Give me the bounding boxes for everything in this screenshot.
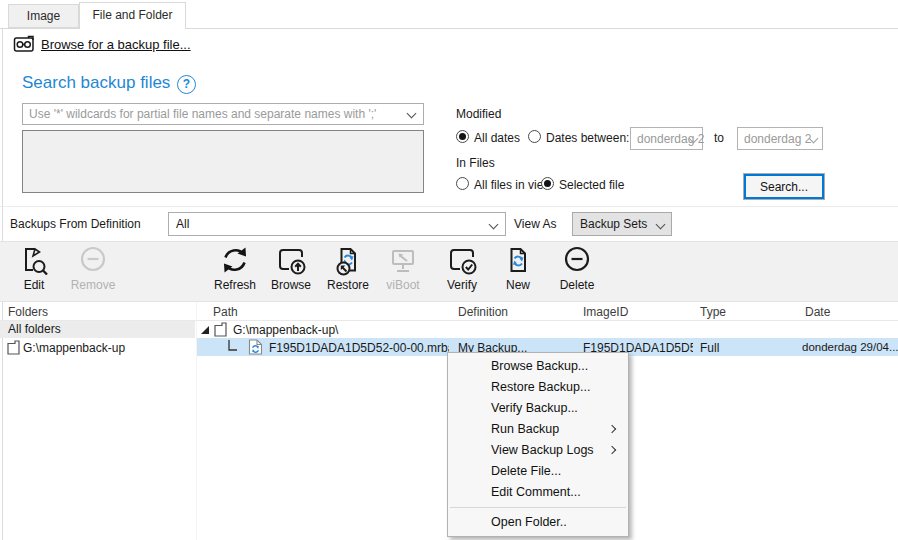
section-divider: [0, 206, 898, 207]
column-header-date[interactable]: Date: [805, 305, 830, 319]
viboot-button: viBoot: [374, 244, 432, 292]
menu-item-view-backup-logs[interactable]: View Backup Logs: [448, 440, 628, 461]
drive-icon: [7, 340, 20, 358]
tree-connector-icon: [228, 340, 238, 356]
restore-button[interactable]: Restore: [319, 244, 377, 292]
menu-item-open-folder[interactable]: Open Folder..: [448, 512, 628, 533]
search-button[interactable]: Search...: [744, 174, 824, 199]
menu-item-delete-file[interactable]: Delete File...: [448, 461, 628, 482]
search-section-title: Search backup files: [22, 73, 170, 93]
toolbar-button-label: Refresh: [206, 278, 264, 292]
view-as-dropdown-value: Backup Sets: [580, 217, 647, 231]
tab-image[interactable]: Image: [8, 4, 79, 28]
date-from-dropdown[interactable]: donderdag 2: [630, 127, 703, 150]
menu-item-run-backup[interactable]: Run Backup: [448, 419, 628, 440]
menu-separator: [450, 507, 626, 508]
menu-item-restore-backup[interactable]: Restore Backup...: [448, 377, 628, 398]
help-icon[interactable]: ?: [177, 75, 196, 94]
radio-dates-between[interactable]: [528, 130, 541, 143]
refresh-button[interactable]: Refresh: [206, 244, 264, 292]
submenu-arrow-icon: [608, 446, 616, 454]
column-header-path[interactable]: Path: [213, 305, 238, 319]
menu-item-verify-backup[interactable]: Verify Backup...: [448, 398, 628, 419]
browse-backup-file-link[interactable]: Browse for a backup file...: [41, 37, 191, 52]
toolbar-button-label: Restore: [319, 278, 377, 292]
modified-label: Modified: [456, 107, 501, 121]
menu-item-label: View Backup Logs: [491, 443, 594, 457]
toolbar-button-label: Browse: [262, 278, 320, 292]
date-to-value: donderdag 2: [744, 132, 811, 146]
search-filename-combobox[interactable]: [22, 103, 424, 125]
submenu-arrow-icon: [608, 425, 616, 433]
view-as-dropdown[interactable]: Backup Sets: [572, 212, 672, 236]
toolbar-button-label: Delete: [548, 278, 606, 292]
radio-dates-between-label[interactable]: Dates between:: [546, 131, 629, 145]
document-restore-icon: [319, 244, 377, 277]
new-button[interactable]: New: [489, 244, 547, 292]
edit-document-icon: [5, 244, 63, 277]
toolbar-button-label: Edit: [5, 278, 63, 292]
toolbar-button-label: Remove: [64, 278, 122, 292]
disk-up-arrow-icon: [262, 244, 320, 277]
menu-item-label: Run Backup: [491, 422, 559, 436]
context-menu: Browse Backup... Restore Backup... Verif…: [447, 352, 629, 537]
column-header-folders[interactable]: Folders: [8, 305, 48, 319]
path-row-parent-label: G:\mappenback-up\: [233, 323, 338, 337]
file-name-cell: F195D1DADA1D5D52-00-00.mrbak: [269, 341, 449, 355]
monitor-icon: [374, 244, 432, 277]
menu-item-browse-backup[interactable]: Browse Backup...: [448, 356, 628, 377]
menu-item-edit-comment[interactable]: Edit Comment...: [448, 482, 628, 503]
definition-dropdown[interactable]: All: [168, 212, 506, 236]
search-filename-input[interactable]: [23, 104, 423, 124]
toolbar-button-label: Verify: [433, 278, 491, 292]
date-cell: donderdag 29/04...: [802, 341, 898, 353]
disk-check-icon: [433, 244, 491, 277]
refresh-icon: [206, 244, 264, 277]
type-cell: Full: [700, 341, 760, 355]
tab-file-and-folder[interactable]: File and Folder: [79, 2, 186, 29]
chevron-down-icon: [489, 220, 499, 230]
verify-button[interactable]: Verify: [433, 244, 491, 292]
browse-backup-file-icon: [13, 35, 37, 56]
to-label: to: [714, 131, 724, 145]
toolbar-button-label: New: [489, 278, 547, 292]
chevron-down-icon: [656, 220, 666, 230]
edit-button[interactable]: Edit: [5, 244, 63, 292]
remove-button: Remove: [64, 244, 122, 292]
radio-all-dates[interactable]: [456, 130, 469, 143]
backup-file-icon: [248, 339, 263, 358]
folders-row-drive[interactable]: G:\mappenback-up: [0, 338, 195, 356]
browse-button[interactable]: Browse: [262, 244, 320, 292]
column-header-imageid[interactable]: ImageID: [583, 305, 628, 319]
radio-all-files-in-view[interactable]: [456, 177, 469, 190]
radio-all-dates-label[interactable]: All dates: [474, 131, 520, 145]
column-header-definition[interactable]: Definition: [458, 305, 508, 319]
radio-selected-file[interactable]: [541, 177, 554, 190]
column-header-type[interactable]: Type: [700, 305, 726, 319]
backups-from-definition-label: Backups From Definition: [10, 217, 141, 231]
tree-expanded-icon[interactable]: [201, 326, 209, 334]
path-row-parent[interactable]: G:\mappenback-up\: [197, 321, 898, 338]
minus-circle-icon: [64, 244, 122, 277]
toolbar-button-label: viBoot: [374, 278, 432, 292]
search-results-listbox[interactable]: [22, 130, 424, 193]
definition-dropdown-value: All: [176, 217, 189, 231]
delete-button[interactable]: Delete: [548, 244, 606, 292]
minus-circle-icon: [548, 244, 606, 277]
in-files-label: In Files: [456, 156, 495, 170]
folders-row-drive-label: G:\mappenback-up: [23, 341, 125, 355]
folders-row-all-folders[interactable]: All folders: [0, 321, 195, 338]
radio-selected-file-label[interactable]: Selected file: [559, 178, 624, 192]
document-refresh-icon: [489, 244, 547, 277]
view-as-label: View As: [514, 217, 556, 231]
date-to-dropdown[interactable]: donderdag 2: [737, 127, 823, 150]
